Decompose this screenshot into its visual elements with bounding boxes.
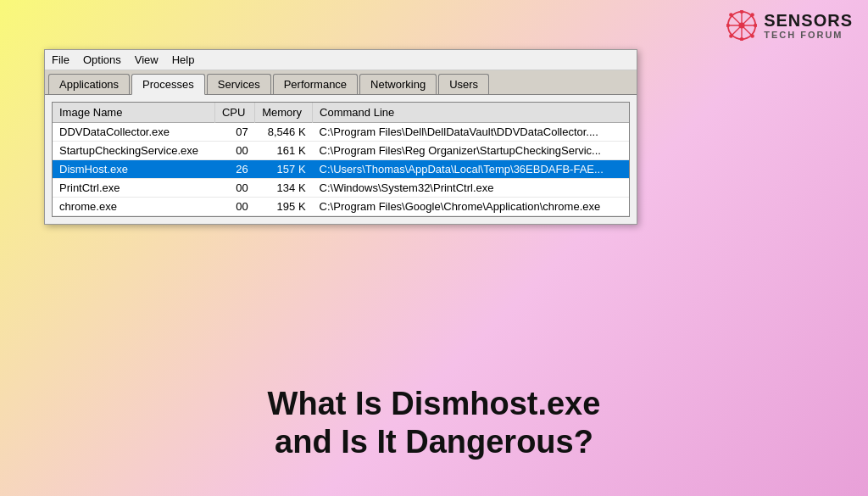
cell-memory: 161 K (255, 142, 313, 160)
table-header-row: Image Name CPU Memory Command Line (53, 103, 629, 123)
svg-point-10 (729, 13, 733, 17)
cell-cpu: 07 (214, 123, 254, 142)
menu-options[interactable]: Options (83, 53, 121, 66)
cell-cpu: 00 (214, 179, 254, 198)
cell-cpu: 26 (214, 160, 254, 179)
table-row[interactable]: StartupCheckingService.exe00161 KC:\Prog… (53, 142, 629, 160)
svg-point-5 (739, 22, 745, 28)
tab-bar: Applications Processes Services Performa… (45, 70, 637, 95)
cell-image-name: chrome.exe (53, 198, 214, 216)
cell-image-name: DismHost.exe (53, 160, 214, 179)
process-table: Image Name CPU Memory Command Line DDVDa… (53, 103, 629, 216)
cell-image-name: StartupCheckingService.exe (53, 142, 214, 160)
cell-command-line: C:\Users\Thomas\AppData\Local\Temp\36EBD… (313, 160, 629, 179)
svg-point-9 (754, 24, 757, 28)
menu-view[interactable]: View (135, 53, 159, 66)
svg-point-8 (726, 24, 730, 28)
cell-memory: 195 K (255, 198, 313, 216)
cell-cpu: 00 (214, 142, 254, 160)
tab-processes[interactable]: Processes (131, 74, 205, 95)
cell-command-line: C:\Windows\System32\PrintCtrl.exe (313, 179, 629, 198)
sensors-logo-icon (726, 10, 757, 41)
logo-sensors-label: SENSORS (764, 11, 853, 30)
menu-help[interactable]: Help (172, 53, 195, 66)
heading-line2: and Is It Dangerous? (0, 423, 868, 462)
tab-users[interactable]: Users (438, 74, 489, 94)
cell-image-name: DDVDataCollector.exe (53, 123, 214, 142)
cell-memory: 8,546 K (255, 123, 313, 142)
logo-techforum-label: TECH FORUM (764, 30, 853, 40)
cell-image-name: PrintCtrl.exe (53, 179, 214, 198)
main-heading: What Is Dismhost.exe and Is It Dangerous… (0, 385, 868, 462)
svg-point-7 (740, 37, 744, 41)
task-manager-window: File Options View Help Applications Proc… (44, 49, 637, 225)
svg-point-12 (751, 13, 755, 17)
col-memory[interactable]: Memory (255, 103, 313, 123)
table-row[interactable]: chrome.exe00195 KC:\Program Files\Google… (53, 198, 629, 216)
col-cpu[interactable]: CPU (214, 103, 254, 123)
cell-command-line: C:\Program Files\Dell\DellDataVault\DDVD… (313, 123, 629, 142)
svg-point-11 (751, 34, 755, 38)
svg-point-13 (729, 34, 733, 38)
logo: SENSORS TECH FORUM (726, 10, 853, 41)
cell-memory: 134 K (255, 179, 313, 198)
heading-line1: What Is Dismhost.exe (0, 385, 868, 424)
cell-command-line: C:\Program Files\Google\Chrome\Applicati… (313, 198, 629, 216)
menu-file[interactable]: File (52, 53, 70, 66)
table-row[interactable]: DDVDataCollector.exe078,546 KC:\Program … (53, 123, 629, 142)
col-command-line[interactable]: Command Line (313, 103, 629, 123)
tab-networking[interactable]: Networking (359, 74, 437, 94)
svg-point-6 (740, 10, 744, 14)
col-image-name[interactable]: Image Name (53, 103, 214, 123)
menu-bar: File Options View Help (45, 50, 637, 70)
tab-services[interactable]: Services (207, 74, 271, 94)
process-table-body: DDVDataCollector.exe078,546 KC:\Program … (53, 123, 629, 216)
logo-text: SENSORS TECH FORUM (764, 11, 853, 40)
cell-memory: 157 K (255, 160, 313, 179)
table-row[interactable]: PrintCtrl.exe00134 KC:\Windows\System32\… (53, 179, 629, 198)
process-table-container: Image Name CPU Memory Command Line DDVDa… (52, 102, 630, 217)
cell-command-line: C:\Program Files\Reg Organizer\StartupCh… (313, 142, 629, 160)
cell-cpu: 00 (214, 198, 254, 216)
tab-applications[interactable]: Applications (48, 74, 130, 94)
tab-performance[interactable]: Performance (273, 74, 358, 94)
table-row[interactable]: DismHost.exe26157 KC:\Users\Thomas\AppDa… (53, 160, 629, 179)
